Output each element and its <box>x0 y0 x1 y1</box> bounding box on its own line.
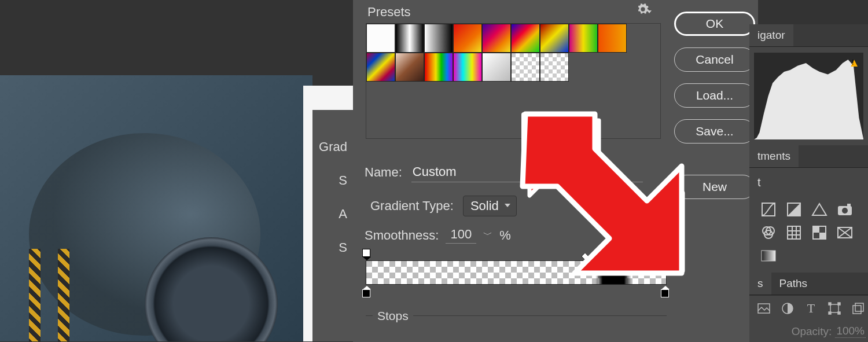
save-button[interactable]: Save... <box>674 119 755 144</box>
stops-heading: Stops <box>373 309 413 322</box>
preset-swatch[interactable] <box>540 53 569 82</box>
chevron-down-icon[interactable]: ﹀ <box>483 229 492 241</box>
svg-rect-32 <box>838 312 840 314</box>
label-partial: A <box>312 197 347 231</box>
canvas-decor <box>29 249 41 341</box>
color-stop[interactable] <box>661 286 670 296</box>
svg-rect-30 <box>838 303 840 305</box>
svg-point-9 <box>842 208 848 214</box>
histogram-panel[interactable]: ▲! <box>754 53 863 139</box>
opacity-row: Opacity: 100% <box>749 319 868 338</box>
opacity-midpoint[interactable] <box>650 252 659 260</box>
label-partial: S <box>312 164 347 197</box>
warning-icon[interactable]: ▲! <box>848 56 860 69</box>
preset-swatch[interactable] <box>511 24 540 53</box>
invert-icon[interactable] <box>836 225 854 240</box>
cancel-button[interactable]: Cancel <box>674 47 755 72</box>
svg-marker-3 <box>754 60 863 139</box>
load-button[interactable]: Load... <box>674 83 755 108</box>
tab-navigator[interactable]: igator <box>749 24 793 46</box>
opacity-stop[interactable] <box>362 249 372 259</box>
presets-heading: Presets <box>367 5 411 20</box>
preset-swatch[interactable] <box>366 24 395 53</box>
curves-icon[interactable] <box>760 202 777 217</box>
color-balance-icon[interactable] <box>760 225 777 240</box>
svg-rect-20 <box>813 226 819 233</box>
opacity-midpoint[interactable] <box>581 252 589 260</box>
vibrance-icon[interactable] <box>811 202 828 217</box>
opacity-value[interactable]: 100% <box>835 325 866 338</box>
duplicate-icon[interactable] <box>851 301 865 315</box>
opacity-label: Opacity: <box>792 325 832 338</box>
opacity-stop[interactable] <box>614 249 623 259</box>
pattern-icon[interactable] <box>785 225 803 240</box>
gradient-editor-dialog: Presets Name: Gradien <box>353 0 758 342</box>
smoothness-unit: % <box>499 228 511 243</box>
channel-mixer-icon[interactable] <box>811 225 828 240</box>
svg-marker-7 <box>812 204 826 215</box>
canvas-decor <box>145 237 278 341</box>
color-stop[interactable] <box>362 286 372 296</box>
document-canvas[interactable] <box>0 75 312 341</box>
preset-label-partial: t <box>749 168 868 192</box>
preset-swatch[interactable] <box>366 53 395 82</box>
photo-filter-icon[interactable] <box>836 202 854 217</box>
canvas-decor <box>58 249 69 341</box>
exposure-icon[interactable] <box>785 202 803 217</box>
right-panel-stack: igator ▲! tments t s Paths T Opacity: 10… <box>749 24 868 342</box>
preset-swatch[interactable] <box>395 24 424 53</box>
gradient-fill-panel-partial: Grad S A S <box>312 110 353 341</box>
svg-rect-31 <box>829 312 831 314</box>
ok-button[interactable]: OK <box>674 12 755 36</box>
presets-grid <box>366 23 661 139</box>
svg-rect-25 <box>762 251 775 261</box>
tab-paths[interactable]: Paths <box>771 273 816 295</box>
smoothness-input[interactable]: 100 <box>446 227 476 244</box>
image-icon[interactable] <box>757 301 771 315</box>
preset-swatch[interactable] <box>482 53 511 82</box>
label-partial: S <box>312 231 347 264</box>
opacity-stop[interactable] <box>597 249 606 259</box>
svg-rect-28 <box>830 304 838 312</box>
opacity-stop[interactable] <box>631 249 640 259</box>
preset-swatch[interactable] <box>482 24 511 53</box>
gradient-opaque-region <box>595 261 631 284</box>
svg-rect-34 <box>855 303 863 311</box>
svg-rect-33 <box>853 306 861 314</box>
preset-swatch[interactable] <box>540 24 569 53</box>
gradient-bar[interactable] <box>366 260 667 285</box>
name-label: Name: <box>365 165 402 180</box>
panel-tab-row: igator <box>749 24 868 47</box>
preset-swatch[interactable] <box>598 24 627 53</box>
gradient-type-label: Gradient Type: <box>370 198 454 214</box>
adjustment-layer-icon[interactable] <box>781 301 795 315</box>
preset-swatch[interactable] <box>453 53 482 82</box>
tab-layers-partial[interactable]: s <box>749 273 771 295</box>
svg-rect-10 <box>847 204 851 207</box>
gear-icon[interactable] <box>637 3 649 19</box>
gradient-preview[interactable] <box>366 260 667 285</box>
preset-swatch[interactable] <box>569 24 598 53</box>
preset-swatch[interactable] <box>424 53 453 82</box>
gradient-type-select[interactable]: Solid <box>463 196 517 216</box>
adjustments-icon-grid <box>749 192 868 269</box>
name-input[interactable] <box>411 162 643 182</box>
opacity-stop[interactable] <box>661 249 670 259</box>
svg-marker-6 <box>788 203 800 216</box>
preset-swatch[interactable] <box>424 24 453 53</box>
preset-swatch[interactable] <box>395 53 424 82</box>
svg-rect-14 <box>788 226 800 239</box>
new-button[interactable]: New <box>674 175 755 199</box>
layers-footer: T <box>749 295 868 319</box>
gradient-map-icon[interactable] <box>760 248 777 263</box>
svg-rect-21 <box>819 233 826 239</box>
transform-icon[interactable] <box>828 301 841 315</box>
stops-section: Stops <box>366 315 667 340</box>
preset-swatch[interactable] <box>511 53 540 82</box>
preset-swatch[interactable] <box>453 24 482 53</box>
label-gradient-partial: Grad <box>312 130 347 164</box>
tab-adjustments[interactable]: tments <box>749 145 799 167</box>
type-icon[interactable]: T <box>804 301 818 315</box>
gradient-type-value: Solid <box>470 198 499 213</box>
smoothness-label: Smoothness: <box>365 228 439 243</box>
